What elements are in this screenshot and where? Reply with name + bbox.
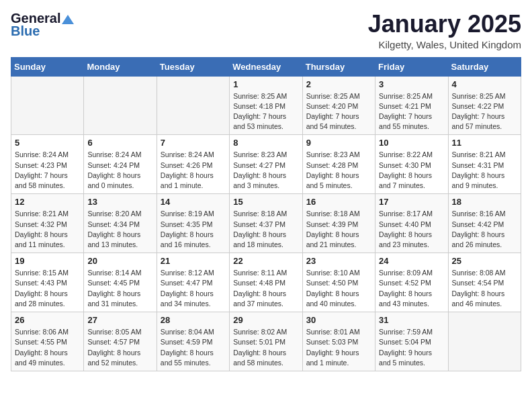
day-info: Sunrise: 8:18 AM Sunset: 4:37 PM Dayligh…: [233, 209, 298, 250]
calendar-cell: 1Sunrise: 8:25 AM Sunset: 4:18 PM Daylig…: [230, 76, 302, 135]
weekday-header: Tuesday: [157, 57, 229, 76]
calendar-week-row: 12Sunrise: 8:21 AM Sunset: 4:32 PM Dayli…: [11, 194, 521, 253]
calendar-week-row: 5Sunrise: 8:24 AM Sunset: 4:23 PM Daylig…: [11, 135, 521, 194]
day-number: 15: [233, 197, 298, 207]
calendar-cell: 4Sunrise: 8:25 AM Sunset: 4:22 PM Daylig…: [448, 76, 521, 135]
day-number: 13: [87, 197, 152, 207]
page-header: General Blue January 2025 Kilgetty, Wale…: [11, 11, 521, 50]
weekday-header-row: SundayMondayTuesdayWednesdayThursdayFrid…: [11, 57, 521, 76]
calendar-cell: 17Sunrise: 8:17 AM Sunset: 4:40 PM Dayli…: [375, 194, 448, 253]
day-number: 7: [161, 138, 226, 148]
day-number: 5: [15, 138, 80, 148]
weekday-header: Saturday: [448, 57, 521, 76]
day-info: Sunrise: 8:15 AM Sunset: 4:43 PM Dayligh…: [15, 268, 80, 309]
day-info: Sunrise: 8:25 AM Sunset: 4:18 PM Dayligh…: [233, 91, 298, 132]
day-number: 1: [233, 79, 298, 89]
day-info: Sunrise: 8:09 AM Sunset: 4:52 PM Dayligh…: [379, 268, 444, 309]
weekday-header: Sunday: [11, 57, 84, 76]
day-number: 16: [306, 197, 371, 207]
day-number: 24: [379, 256, 444, 266]
calendar-cell: 23Sunrise: 8:10 AM Sunset: 4:50 PM Dayli…: [302, 253, 375, 312]
day-number: 25: [452, 256, 517, 266]
logo-icon: [62, 15, 74, 24]
day-info: Sunrise: 8:19 AM Sunset: 4:35 PM Dayligh…: [161, 209, 226, 250]
calendar-cell: 16Sunrise: 8:18 AM Sunset: 4:39 PM Dayli…: [302, 194, 375, 253]
day-info: Sunrise: 8:01 AM Sunset: 5:03 PM Dayligh…: [306, 327, 371, 368]
day-number: 23: [306, 256, 371, 266]
weekday-header: Monday: [84, 57, 157, 76]
calendar-cell: 12Sunrise: 8:21 AM Sunset: 4:32 PM Dayli…: [11, 194, 84, 253]
weekday-header: Thursday: [302, 57, 375, 76]
day-number: 26: [15, 315, 80, 325]
day-number: 2: [306, 79, 371, 89]
day-number: 8: [233, 138, 298, 148]
day-number: 9: [306, 138, 371, 148]
day-info: Sunrise: 8:18 AM Sunset: 4:39 PM Dayligh…: [306, 209, 371, 250]
calendar-cell: 7Sunrise: 8:24 AM Sunset: 4:26 PM Daylig…: [157, 135, 229, 194]
day-info: Sunrise: 8:02 AM Sunset: 5:01 PM Dayligh…: [233, 327, 298, 368]
day-info: Sunrise: 7:59 AM Sunset: 5:04 PM Dayligh…: [379, 327, 444, 368]
day-number: 27: [87, 315, 152, 325]
day-info: Sunrise: 8:24 AM Sunset: 4:24 PM Dayligh…: [87, 150, 152, 191]
day-info: Sunrise: 8:21 AM Sunset: 4:31 PM Dayligh…: [452, 150, 517, 191]
calendar-week-row: 1Sunrise: 8:25 AM Sunset: 4:18 PM Daylig…: [11, 76, 521, 135]
day-number: 11: [452, 138, 517, 148]
day-number: 12: [15, 197, 80, 207]
day-info: Sunrise: 8:25 AM Sunset: 4:20 PM Dayligh…: [306, 91, 371, 132]
calendar-cell: [84, 76, 157, 135]
day-info: Sunrise: 8:16 AM Sunset: 4:42 PM Dayligh…: [452, 209, 517, 250]
calendar-cell: 6Sunrise: 8:24 AM Sunset: 4:24 PM Daylig…: [84, 135, 157, 194]
day-number: 31: [379, 315, 444, 325]
day-number: 22: [233, 256, 298, 266]
calendar-cell: 21Sunrise: 8:12 AM Sunset: 4:47 PM Dayli…: [157, 253, 229, 312]
calendar-cell: 5Sunrise: 8:24 AM Sunset: 4:23 PM Daylig…: [11, 135, 84, 194]
day-info: Sunrise: 8:12 AM Sunset: 4:47 PM Dayligh…: [161, 268, 226, 309]
day-number: 20: [87, 256, 152, 266]
day-info: Sunrise: 8:11 AM Sunset: 4:48 PM Dayligh…: [233, 268, 298, 309]
calendar-cell: 2Sunrise: 8:25 AM Sunset: 4:20 PM Daylig…: [302, 76, 375, 135]
day-info: Sunrise: 8:17 AM Sunset: 4:40 PM Dayligh…: [379, 209, 444, 250]
logo-blue: Blue: [11, 24, 40, 39]
calendar-cell: [157, 76, 229, 135]
day-number: 14: [161, 197, 226, 207]
calendar-cell: 13Sunrise: 8:20 AM Sunset: 4:34 PM Dayli…: [84, 194, 157, 253]
calendar-cell: 30Sunrise: 8:01 AM Sunset: 5:03 PM Dayli…: [302, 312, 375, 371]
day-info: Sunrise: 8:21 AM Sunset: 4:32 PM Dayligh…: [15, 209, 80, 250]
calendar-cell: 29Sunrise: 8:02 AM Sunset: 5:01 PM Dayli…: [230, 312, 302, 371]
day-info: Sunrise: 8:14 AM Sunset: 4:45 PM Dayligh…: [87, 268, 152, 309]
calendar-cell: [11, 76, 84, 135]
calendar-cell: 25Sunrise: 8:08 AM Sunset: 4:54 PM Dayli…: [448, 253, 521, 312]
calendar-cell: 8Sunrise: 8:23 AM Sunset: 4:27 PM Daylig…: [230, 135, 302, 194]
day-number: 30: [306, 315, 371, 325]
location: Kilgetty, Wales, United Kingdom: [368, 39, 521, 50]
day-info: Sunrise: 8:08 AM Sunset: 4:54 PM Dayligh…: [452, 268, 517, 309]
day-info: Sunrise: 8:22 AM Sunset: 4:30 PM Dayligh…: [379, 150, 444, 191]
day-number: 21: [161, 256, 226, 266]
day-info: Sunrise: 8:23 AM Sunset: 4:28 PM Dayligh…: [306, 150, 371, 191]
day-number: 10: [379, 138, 444, 148]
day-number: 6: [87, 138, 152, 148]
calendar-cell: 3Sunrise: 8:25 AM Sunset: 4:21 PM Daylig…: [375, 76, 448, 135]
calendar-week-row: 26Sunrise: 8:06 AM Sunset: 4:55 PM Dayli…: [11, 312, 521, 371]
day-number: 17: [379, 197, 444, 207]
calendar-cell: 27Sunrise: 8:05 AM Sunset: 4:57 PM Dayli…: [84, 312, 157, 371]
day-number: 3: [379, 79, 444, 89]
day-number: 19: [15, 256, 80, 266]
calendar-week-row: 19Sunrise: 8:15 AM Sunset: 4:43 PM Dayli…: [11, 253, 521, 312]
logo: General Blue: [11, 11, 74, 39]
day-info: Sunrise: 8:25 AM Sunset: 4:21 PM Dayligh…: [379, 91, 444, 132]
calendar-cell: 14Sunrise: 8:19 AM Sunset: 4:35 PM Dayli…: [157, 194, 229, 253]
calendar: SundayMondayTuesdayWednesdayThursdayFrid…: [11, 57, 521, 371]
day-info: Sunrise: 8:10 AM Sunset: 4:50 PM Dayligh…: [306, 268, 371, 309]
calendar-cell: 26Sunrise: 8:06 AM Sunset: 4:55 PM Dayli…: [11, 312, 84, 371]
title-block: January 2025 Kilgetty, Wales, United Kin…: [368, 11, 521, 50]
day-number: 18: [452, 197, 517, 207]
calendar-cell: 28Sunrise: 8:04 AM Sunset: 4:59 PM Dayli…: [157, 312, 229, 371]
calendar-cell: 10Sunrise: 8:22 AM Sunset: 4:30 PM Dayli…: [375, 135, 448, 194]
calendar-cell: 20Sunrise: 8:14 AM Sunset: 4:45 PM Dayli…: [84, 253, 157, 312]
calendar-cell: 9Sunrise: 8:23 AM Sunset: 4:28 PM Daylig…: [302, 135, 375, 194]
day-info: Sunrise: 8:20 AM Sunset: 4:34 PM Dayligh…: [87, 209, 152, 250]
calendar-cell: 18Sunrise: 8:16 AM Sunset: 4:42 PM Dayli…: [448, 194, 521, 253]
calendar-cell: 19Sunrise: 8:15 AM Sunset: 4:43 PM Dayli…: [11, 253, 84, 312]
day-number: 29: [233, 315, 298, 325]
